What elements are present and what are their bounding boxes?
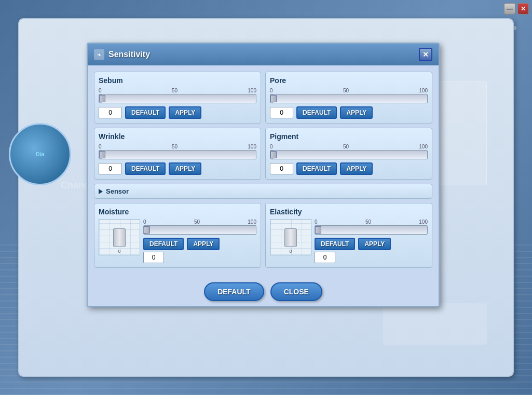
moisture-right: 0 50 100 DEFAULT <box>143 219 256 263</box>
pigment-scale: 0 50 100 <box>270 144 428 149</box>
moisture-slider-thumb[interactable] <box>144 226 150 234</box>
elasticity-slider-container: 0 50 100 <box>315 219 428 235</box>
moisture-apply-button[interactable]: APPLY <box>187 238 220 250</box>
deco-circle-text: Dia <box>35 151 44 157</box>
sensor-arrow-icon <box>99 189 103 194</box>
footer-default-button[interactable]: DEFAULT <box>204 282 264 301</box>
wrinkle-panel: Wrinkle 0 50 100 D <box>94 128 261 180</box>
wrinkle-title: Wrinkle <box>99 132 256 141</box>
window-chrome: — ✕ <box>501 0 532 18</box>
sensitivity-dialog: ❧ Sensitivity ✕ Sebum 0 50 100 <box>87 43 440 307</box>
pore-panel: Pore 0 50 100 DEFA <box>265 72 432 124</box>
wrinkle-slider-track[interactable] <box>99 150 256 159</box>
elasticity-chart-label: 0 <box>270 249 311 254</box>
pore-title: Pore <box>270 76 428 85</box>
sebum-slider-track[interactable] <box>99 94 256 103</box>
sebum-scale: 0 50 100 <box>99 88 256 93</box>
bg-card-bottom <box>383 303 487 345</box>
dialog-close-button[interactable]: ✕ <box>419 48 432 61</box>
pore-value-input[interactable] <box>270 107 293 118</box>
sensor-header[interactable]: Sensor <box>99 187 428 195</box>
pigment-value-input[interactable] <box>270 163 293 174</box>
moisture-value-input[interactable] <box>143 252 164 263</box>
pigment-panel: Pigment 0 50 100 D <box>265 128 432 180</box>
elasticity-scale: 0 50 100 <box>315 219 428 225</box>
wrinkle-scale: 0 50 100 <box>99 144 256 149</box>
moisture-default-button[interactable]: DEFAULT <box>143 238 184 250</box>
elasticity-content: 0 0 50 100 <box>270 219 428 263</box>
sebum-slider-container: 0 50 100 <box>99 88 256 103</box>
dialog-title-left: ❧ Sensitivity <box>94 49 150 60</box>
pore-slider-container: 0 50 100 <box>270 88 428 103</box>
elasticity-chart: 0 <box>270 219 311 255</box>
sensor-section: Sensor <box>94 184 432 199</box>
moisture-controls: DEFAULT APPLY <box>143 238 256 250</box>
moisture-chart-label: 0 <box>99 249 140 254</box>
sebum-controls: DEFAULT APPLY <box>99 106 256 119</box>
wrinkle-value-input[interactable] <box>99 163 122 174</box>
moisture-scale: 0 50 100 <box>143 219 256 225</box>
sebum-title: Sebum <box>99 76 256 85</box>
pigment-slider-container: 0 50 100 <box>270 144 428 159</box>
pigment-title: Pigment <box>270 132 428 141</box>
sebum-value-input[interactable] <box>99 107 122 118</box>
window-close-button[interactable]: ✕ <box>517 3 529 15</box>
elasticity-value-input[interactable] <box>315 252 335 263</box>
pigment-apply-button[interactable]: APPLY <box>340 162 373 175</box>
moisture-chart-bar <box>113 228 126 247</box>
pore-slider-thumb[interactable] <box>270 95 277 102</box>
sebum-panel: Sebum 0 50 100 DEF <box>94 72 261 124</box>
sensor-label: Sensor <box>106 187 129 195</box>
elasticity-right: 0 50 100 DEFAULT <box>315 219 428 263</box>
dialog-titlebar: ❧ Sensitivity ✕ <box>88 44 439 65</box>
sebum-slider-thumb[interactable] <box>99 95 105 102</box>
moisture-slider-container: 0 50 100 <box>143 219 256 235</box>
pore-slider-track[interactable] <box>270 94 428 103</box>
moisture-slider-track[interactable] <box>143 225 256 235</box>
minimize-button[interactable]: — <box>504 3 515 15</box>
elasticity-title: Elasticity <box>270 208 428 216</box>
wrinkle-slider-container: 0 50 100 <box>99 144 256 159</box>
moisture-panel: Moisture 0 0 50 100 <box>94 203 261 268</box>
outer-panel: Dia Changsha GOMECY Electronics Limited … <box>18 18 514 377</box>
elasticity-chart-bar <box>284 228 297 247</box>
pore-controls: DEFAULT APPLY <box>270 106 428 119</box>
moisture-content: 0 0 50 100 <box>99 219 256 263</box>
pigment-slider-track[interactable] <box>270 150 428 159</box>
pigment-controls: DEFAULT APPLY <box>270 162 428 175</box>
moisture-chart: 0 <box>99 219 140 255</box>
wrinkle-apply-button[interactable]: APPLY <box>169 162 201 175</box>
pore-apply-button[interactable]: APPLY <box>340 106 373 119</box>
sensitivity-grid: Sebum 0 50 100 DEF <box>94 72 432 180</box>
elasticity-default-button[interactable]: DEFAULT <box>315 238 355 250</box>
footer-close-button[interactable]: CLOSE <box>270 282 322 301</box>
elasticity-apply-button[interactable]: APPLY <box>358 238 391 250</box>
pigment-slider-thumb[interactable] <box>270 151 277 158</box>
wrinkle-default-button[interactable]: DEFAULT <box>125 162 166 175</box>
wrinkle-slider-thumb[interactable] <box>99 151 105 158</box>
dialog-title: Sensitivity <box>108 50 150 59</box>
moisture-title: Moisture <box>99 208 256 216</box>
wrinkle-controls: DEFAULT APPLY <box>99 162 256 175</box>
dialog-footer: DEFAULT CLOSE <box>88 278 439 306</box>
elasticity-controls: DEFAULT APPLY <box>315 238 428 250</box>
elasticity-slider-track[interactable] <box>315 225 428 235</box>
elasticity-panel: Elasticity 0 0 50 10 <box>265 203 432 268</box>
pigment-default-button[interactable]: DEFAULT <box>296 162 337 175</box>
dialog-body: Sebum 0 50 100 DEF <box>88 65 439 278</box>
me-grid: Moisture 0 0 50 100 <box>94 203 432 268</box>
elasticity-slider-thumb[interactable] <box>315 226 321 234</box>
sebum-default-button[interactable]: DEFAULT <box>125 106 166 119</box>
pore-default-button[interactable]: DEFAULT <box>296 106 337 119</box>
deco-circle: Dia <box>9 123 71 185</box>
dialog-icon: ❧ <box>94 49 104 60</box>
pore-scale: 0 50 100 <box>270 88 428 93</box>
sebum-apply-button[interactable]: APPLY <box>169 106 201 119</box>
